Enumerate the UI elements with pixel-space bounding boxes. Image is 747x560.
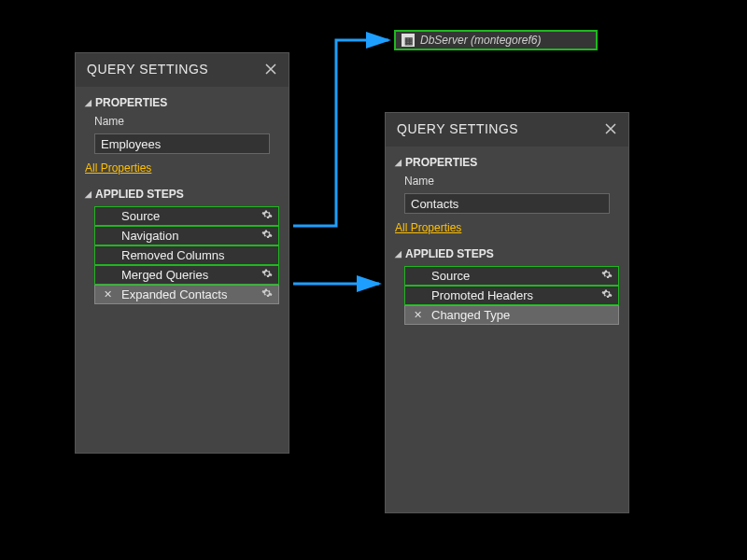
step-label: Navigation — [114, 229, 260, 243]
step-label: Source — [424, 269, 599, 283]
all-properties-link[interactable]: All Properties — [395, 221, 619, 234]
query-settings-panel-right: QUERY SETTINGS ◢ PROPERTIES Name All Pro… — [385, 112, 629, 513]
query-name-input[interactable] — [94, 133, 270, 154]
gear-icon[interactable] — [260, 268, 275, 282]
caret-down-icon: ◢ — [395, 158, 402, 167]
applied-step[interactable]: Source — [94, 206, 279, 226]
delete-step-icon[interactable]: ✕ — [411, 309, 424, 321]
properties-header[interactable]: ◢ PROPERTIES — [395, 156, 619, 169]
delete-step-icon[interactable]: ✕ — [101, 288, 114, 301]
close-icon[interactable] — [262, 61, 279, 77]
panel-header: QUERY SETTINGS — [76, 53, 289, 87]
properties-header-label: PROPERTIES — [405, 156, 477, 169]
close-icon[interactable] — [602, 120, 619, 137]
gear-icon[interactable] — [260, 229, 275, 243]
panel-title: QUERY SETTINGS — [397, 121, 518, 136]
all-properties-link[interactable]: All Properties — [85, 161, 279, 175]
panel-body: ◢ PROPERTIES Name All Properties ◢ APPLI… — [386, 147, 628, 512]
step-label: Removed Columns — [114, 248, 260, 262]
query-settings-panel-left: QUERY SETTINGS ◢ PROPERTIES Name All Pro… — [75, 52, 289, 454]
caret-down-icon: ◢ — [85, 98, 92, 107]
applied-steps-list: SourcePromoted Headers✕Changed Type — [404, 266, 619, 325]
properties-header[interactable]: ◢ PROPERTIES — [85, 96, 279, 109]
step-label: Expanded Contacts — [114, 287, 260, 301]
db-server-node[interactable]: ▦ DbServer (montegoref6) — [394, 30, 598, 50]
applied-step[interactable]: Removed Columns — [94, 245, 279, 265]
name-label: Name — [404, 175, 619, 188]
caret-down-icon: ◢ — [395, 249, 402, 259]
name-label: Name — [94, 115, 279, 128]
applied-step[interactable]: Merged Queries — [94, 265, 279, 285]
applied-step[interactable]: Source — [404, 266, 619, 286]
applied-step[interactable]: Navigation — [94, 226, 279, 245]
applied-steps-header-label: APPLIED STEPS — [95, 188, 184, 201]
applied-steps-list: SourceNavigationRemoved ColumnsMerged Qu… — [94, 206, 279, 304]
properties-header-label: PROPERTIES — [95, 96, 167, 109]
applied-steps-header-label: APPLIED STEPS — [405, 247, 494, 260]
gear-icon[interactable] — [260, 209, 275, 223]
gear-icon[interactable] — [599, 269, 614, 283]
database-icon: ▦ — [402, 34, 415, 47]
query-name-input[interactable] — [404, 193, 610, 214]
step-label: Source — [114, 209, 260, 223]
gear-icon[interactable] — [260, 287, 275, 301]
step-label: Promoted Headers — [424, 288, 599, 302]
gear-icon[interactable] — [599, 288, 614, 302]
arrow-source-to-db — [293, 40, 388, 226]
step-label: Merged Queries — [114, 268, 260, 282]
applied-step[interactable]: Promoted Headers — [404, 286, 619, 305]
applied-steps-header[interactable]: ◢ APPLIED STEPS — [395, 247, 619, 260]
caret-down-icon: ◢ — [85, 189, 92, 199]
applied-step[interactable]: ✕Changed Type — [404, 305, 619, 325]
db-server-label: DbServer (montegoref6) — [420, 34, 541, 47]
applied-steps-header[interactable]: ◢ APPLIED STEPS — [85, 188, 279, 201]
step-label: Changed Type — [424, 308, 599, 322]
applied-step[interactable]: ✕Expanded Contacts — [94, 285, 279, 304]
panel-header: QUERY SETTINGS — [386, 113, 628, 147]
panel-title: QUERY SETTINGS — [87, 62, 208, 77]
panel-body: ◢ PROPERTIES Name All Properties ◢ APPLI… — [76, 87, 289, 453]
